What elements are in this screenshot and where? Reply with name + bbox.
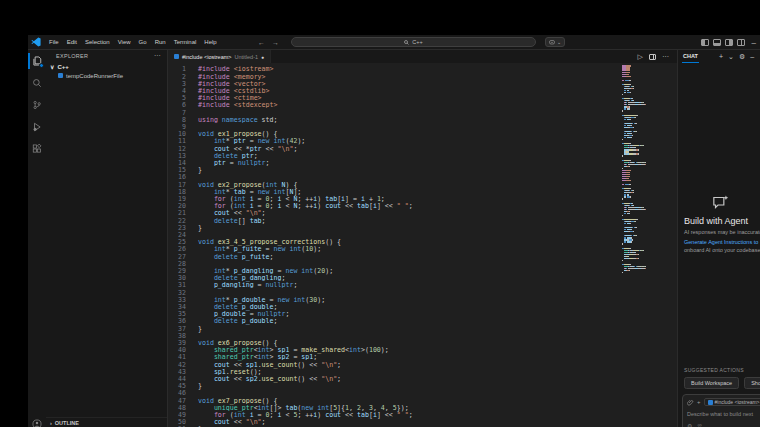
context-pill[interactable]: #include <iostream> bbox=[704, 398, 760, 406]
chat-empty-heading: Build with Agent bbox=[684, 216, 760, 226]
command-center-search[interactable]: C++ bbox=[291, 37, 536, 47]
editor-group: #include <iostream> Untitled-1 ● ▷ ⋯ 1#i… bbox=[168, 50, 677, 427]
folder-name: C++ bbox=[57, 64, 68, 70]
minimap[interactable] bbox=[622, 65, 646, 427]
code-line: 8using namespace std; bbox=[168, 116, 677, 123]
split-editor-icon[interactable] bbox=[649, 54, 656, 60]
code-line: 44 cout << sp2.use_count() << "\n"; bbox=[168, 376, 677, 383]
code-line: 50 cout << "\n"; bbox=[168, 419, 677, 426]
add-context-icon[interactable]: + bbox=[697, 399, 701, 405]
copilot-menu[interactable]: ⌄ bbox=[545, 37, 565, 47]
extensions-icon bbox=[32, 144, 42, 154]
code-line: 37} bbox=[168, 325, 677, 332]
activitybar-search[interactable] bbox=[28, 74, 46, 92]
toggle-panel-icon[interactable] bbox=[713, 39, 721, 46]
tab-untitled-1[interactable]: #include <iostream> Untitled-1 ● bbox=[168, 50, 271, 63]
activitybar-explorer[interactable] bbox=[28, 52, 46, 70]
chat-sparkle-icon bbox=[712, 195, 729, 210]
suggested-actions-label: SUGGESTED ACTIONS bbox=[684, 367, 760, 373]
code-line: 45} bbox=[168, 383, 677, 390]
customize-layout-icon[interactable] bbox=[737, 39, 745, 46]
menu-go[interactable]: Go bbox=[139, 39, 147, 45]
search-icon bbox=[32, 78, 42, 88]
activitybar-extensions[interactable] bbox=[28, 140, 46, 158]
activitybar-run-debug[interactable] bbox=[28, 118, 46, 136]
chat-panel: CHAT +⌄⚙– Build with Agent AI responses … bbox=[677, 50, 760, 427]
code-line: 14 ptr = nullptr; bbox=[168, 160, 677, 167]
vscode-logo-icon bbox=[31, 37, 41, 47]
code-editor[interactable]: 1#include <iostream>2#include <memory>3#… bbox=[168, 63, 677, 427]
generate-instructions-link[interactable]: Generate Agent Instructions to bbox=[684, 239, 760, 245]
copilot-icon bbox=[549, 40, 555, 45]
folder-row-cpp[interactable]: ∨ C++ bbox=[46, 62, 167, 71]
new-chat-icon[interactable]: + bbox=[719, 53, 723, 60]
activitybar-accounts[interactable] bbox=[28, 415, 46, 427]
modified-dot-icon[interactable]: ● bbox=[261, 54, 264, 60]
outline-label: OUTLINE bbox=[55, 420, 79, 426]
chat-input-controls: ⚙∞➤ bbox=[687, 422, 760, 427]
menu-bar: FileEditSelectionViewGoRunTerminalHelp bbox=[49, 39, 217, 45]
code-line: 6#include <stdexcept> bbox=[168, 102, 677, 109]
explorer-sidebar: EXPLORER ⋯ ∨ C++ tempCodeRunnerFile › OU… bbox=[46, 50, 168, 427]
titlebar: FileEditSelectionViewGoRunTerminalHelp ←… bbox=[28, 35, 760, 50]
code-line: 15} bbox=[168, 167, 677, 174]
sidebar-title: EXPLORER bbox=[56, 53, 88, 59]
chat-link-tail: onboard AI onto your codebase. bbox=[684, 247, 760, 253]
nav-forward-icon[interactable]: → bbox=[272, 39, 279, 46]
cpp-file-icon bbox=[58, 73, 63, 78]
tab-label: #include <iostream> bbox=[182, 54, 232, 60]
configure-chat-icon[interactable]: ⚙ bbox=[739, 53, 745, 61]
attach-context-icon[interactable] bbox=[687, 399, 694, 406]
code-line: 23} bbox=[168, 224, 677, 231]
outline-section[interactable]: › OUTLINE bbox=[46, 417, 167, 427]
code-lines: 1#include <iostream>2#include <memory>3#… bbox=[168, 63, 677, 427]
tab-secondary-label: Untitled-1 bbox=[235, 54, 259, 60]
suggested-show-config-button[interactable]: Show Config bbox=[744, 377, 760, 389]
account-icon bbox=[32, 419, 42, 427]
code-line: 22 delete[] tab; bbox=[168, 217, 677, 224]
search-value: C++ bbox=[412, 39, 422, 45]
menu-edit[interactable]: Edit bbox=[67, 39, 77, 45]
nav-back-icon[interactable]: ← bbox=[258, 39, 265, 46]
chat-input-box[interactable]: + #include <iostream> Describe what to b… bbox=[682, 394, 760, 427]
toggle-primary-sidebar-icon[interactable] bbox=[701, 39, 709, 46]
agent-mode-icon[interactable]: ∞ bbox=[697, 422, 701, 427]
tab-chat[interactable]: CHAT bbox=[682, 51, 699, 63]
menu-help[interactable]: Help bbox=[204, 39, 216, 45]
code-line: 27 delete p_fuite; bbox=[168, 253, 677, 260]
menu-selection[interactable]: Selection bbox=[85, 39, 110, 45]
menu-view[interactable]: View bbox=[118, 39, 131, 45]
explorer-more-actions-icon[interactable]: ⋯ bbox=[154, 52, 161, 60]
suggested-build-workspace-button[interactable]: Build Workspace bbox=[684, 377, 739, 389]
minimize-window-icon[interactable]: – bbox=[752, 38, 756, 47]
cpp-file-icon bbox=[708, 400, 713, 405]
menu-terminal[interactable]: Terminal bbox=[174, 39, 197, 45]
menu-run[interactable]: Run bbox=[155, 39, 166, 45]
chat-tools-icon[interactable]: ⚙ bbox=[687, 422, 692, 427]
code-line: 36 delete p_double; bbox=[168, 318, 677, 325]
editor-more-actions-icon[interactable]: ⋯ bbox=[662, 53, 669, 61]
file-row-tempcoderunnerfile[interactable]: tempCodeRunnerFile bbox=[46, 71, 167, 80]
collapse-panel-icon[interactable]: – bbox=[750, 53, 754, 60]
menu-file[interactable]: File bbox=[49, 39, 59, 45]
chevron-down-icon[interactable]: ⌄ bbox=[728, 53, 734, 61]
activitybar-source-control[interactable] bbox=[28, 96, 46, 114]
chat-empty-state: Build with Agent AI responses may be ina… bbox=[684, 195, 760, 253]
file-name: tempCodeRunnerFile bbox=[66, 73, 123, 79]
chat-header-icons: +⌄⚙– bbox=[719, 50, 754, 63]
toggle-secondary-sidebar-icon[interactable] bbox=[725, 39, 733, 46]
run-and-debug-icon bbox=[32, 122, 42, 132]
activity-bar bbox=[28, 50, 46, 427]
run-file-icon[interactable]: ▷ bbox=[638, 53, 643, 61]
cpp-file-icon bbox=[174, 54, 179, 59]
code-line: 31 p_dangling = nullptr; bbox=[168, 282, 677, 289]
search-icon bbox=[404, 40, 409, 45]
context-pill-label: #include <iostream> bbox=[715, 399, 760, 405]
chevron-right-icon: › bbox=[50, 420, 52, 426]
vscode-window: FileEditSelectionViewGoRunTerminalHelp ←… bbox=[28, 35, 760, 427]
suggested-actions: Build WorkspaceShow Config bbox=[684, 377, 760, 389]
chat-header: CHAT +⌄⚙– bbox=[678, 50, 760, 63]
tab-bar: #include <iostream> Untitled-1 ● ▷ ⋯ bbox=[168, 50, 677, 63]
chat-disclaimer: AI responses may be inaccurate. bbox=[684, 229, 760, 235]
chat-input-placeholder[interactable]: Describe what to build next bbox=[687, 411, 760, 417]
